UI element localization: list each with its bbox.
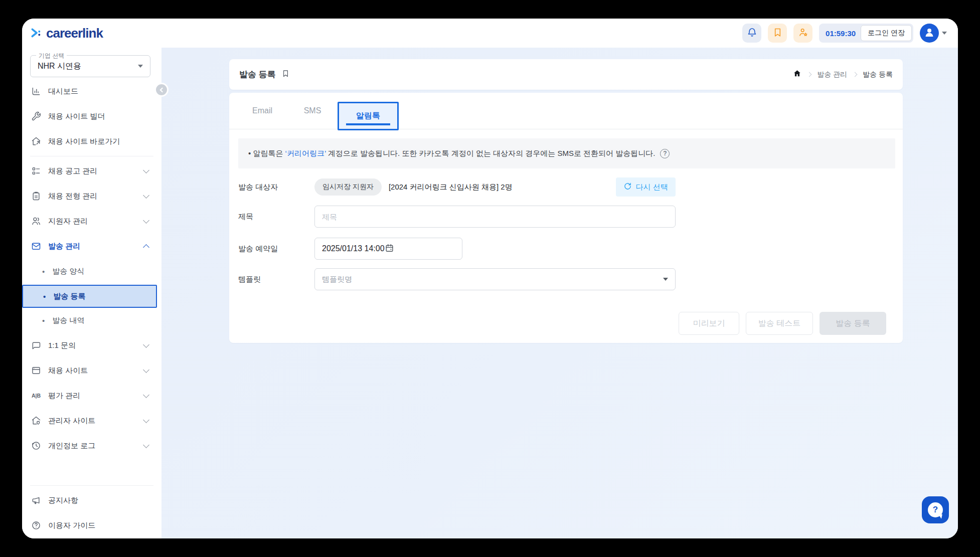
- bookmarks-button[interactable]: [768, 24, 787, 43]
- template-select[interactable]: 템플릿명: [314, 268, 676, 290]
- home-icon[interactable]: [793, 69, 801, 80]
- target-label: 발송 대상자: [238, 182, 314, 192]
- preview-button[interactable]: 미리보기: [679, 312, 739, 335]
- careerlink-logo[interactable]: careerlink: [30, 26, 103, 41]
- question-circle-icon: [31, 520, 41, 530]
- header-actions: 01:59:30 로그인 연장: [742, 24, 947, 43]
- careerlink-link[interactable]: ‘커리어링크’: [285, 149, 326, 157]
- target-row: 발송 대상자 임시저장 지원자 [2024 커리어링크 신입사원 채용] 2명 …: [238, 177, 894, 197]
- bullet-icon: •: [43, 292, 46, 301]
- sidebar-item-applicants[interactable]: 지원자 관리: [22, 209, 161, 234]
- sidebar-item-user-guide[interactable]: 이용자 가이드: [22, 513, 161, 538]
- job-posting-icon: [31, 166, 41, 176]
- history-clock-icon: [31, 441, 41, 451]
- site-window-icon: [31, 365, 41, 376]
- avatar: [920, 24, 939, 43]
- company-select-value: NHR 시연용: [38, 61, 81, 72]
- breadcrumb-item-current: 발송 등록: [863, 70, 893, 79]
- help-bubble-icon: ?: [928, 502, 943, 517]
- sidebar-item-evaluation[interactable]: A|B 평가 관리: [22, 383, 161, 408]
- reselect-button[interactable]: 다시 선택: [616, 177, 676, 197]
- sidebar-item-recruit-process[interactable]: 채용 전형 관리: [22, 183, 161, 209]
- member-management-button[interactable]: [793, 24, 812, 43]
- chevron-down-icon: [138, 65, 143, 68]
- chevron-down-icon: [143, 192, 149, 199]
- subject-row: 제목: [238, 206, 894, 228]
- target-value: [2024 커리어링크 신입사원 채용] 2명: [389, 182, 513, 192]
- active-tab-underline: [346, 123, 390, 125]
- template-select-placeholder: 템플릿명: [322, 275, 352, 284]
- form-actions: 미리보기 발송 테스트 발송 등록: [238, 312, 886, 335]
- content-area: 발송 등록 발송 관리 발송 등록: [161, 48, 958, 538]
- mail-icon: [31, 241, 41, 251]
- schedule-row: 발송 예약일 2025/01/13 14:00: [238, 238, 894, 260]
- chevron-down-icon: [143, 366, 149, 373]
- chevron-down-icon: [143, 392, 149, 398]
- chevron-down-icon: [143, 341, 149, 348]
- sidebar-subitem-send-form[interactable]: • 발송 양식: [22, 259, 157, 284]
- tab-email[interactable]: Email: [237, 96, 287, 125]
- sidebar-item-dashboard[interactable]: 대시보드: [22, 79, 161, 104]
- chevron-down-icon: [663, 278, 668, 281]
- megaphone-icon: [31, 495, 41, 505]
- dashboard-icon: [31, 86, 41, 96]
- sidebar-item-admin-site[interactable]: 관리자 사이트: [22, 408, 161, 433]
- session-time-remaining: 01:59:30: [826, 29, 856, 38]
- applicants-icon: [31, 216, 41, 226]
- sidebar-item-send-management[interactable]: 발송 관리: [22, 234, 161, 259]
- extend-login-button[interactable]: 로그인 연장: [861, 25, 912, 41]
- chevron-right-icon: [853, 72, 858, 77]
- send-test-button[interactable]: 발송 테스트: [746, 312, 813, 335]
- help-fab-button[interactable]: ?: [922, 496, 949, 523]
- top-header: careerlink 01:59:30 로그인 연장: [22, 19, 958, 48]
- careerlink-logo-text: careerlink: [46, 26, 103, 41]
- bookmark-outline-icon[interactable]: [281, 69, 290, 80]
- chevron-down-icon: [942, 32, 947, 35]
- wrench-icon: [31, 111, 41, 121]
- target-type-badge: 임시저장 지원자: [314, 178, 382, 196]
- send-register-form: 발송 대상자 임시저장 지원자 [2024 커리어링크 신입사원 채용] 2명 …: [229, 168, 903, 335]
- alimtalk-notice: • 알림톡은 ‘커리어링크’ 계정으로 발송됩니다. 또한 카카오톡 계정이 없…: [238, 138, 895, 168]
- sidebar-item-job-posting[interactable]: 채용 공고 관리: [22, 158, 161, 183]
- subject-input[interactable]: [314, 206, 676, 228]
- sidebar-item-site-builder[interactable]: 채용 사이트 빌더: [22, 104, 161, 129]
- breadcrumb-item[interactable]: 발송 관리: [817, 70, 847, 79]
- tab-alimtalk[interactable]: 알림톡: [338, 102, 399, 130]
- bullet-icon: •: [42, 267, 45, 276]
- sidebar-collapse-button[interactable]: [154, 83, 169, 97]
- company-select[interactable]: 기업 선택 NHR 시연용: [30, 55, 150, 77]
- tab-sms[interactable]: SMS: [287, 96, 338, 125]
- home-arrow-icon: [31, 136, 41, 146]
- sidebar-item-inquiry[interactable]: 1:1 문의: [22, 333, 161, 358]
- account-menu[interactable]: [920, 24, 947, 43]
- template-label: 템플릿: [238, 275, 314, 284]
- refresh-icon: [623, 182, 632, 192]
- sidebar-item-notice[interactable]: 공지사항: [22, 488, 161, 513]
- bell-icon: [747, 27, 757, 40]
- bookmark-icon: [772, 27, 783, 40]
- schedule-datetime-field[interactable]: 2025/01/13 14:00: [314, 238, 462, 260]
- sidebar-subitem-send-register[interactable]: • 발송 등록: [22, 285, 157, 308]
- chevron-down-icon: [143, 217, 149, 224]
- help-icon[interactable]: ?: [660, 149, 670, 158]
- sidebar-divider: [30, 156, 153, 156]
- notifications-button[interactable]: [742, 24, 761, 43]
- calendar-icon: [385, 243, 394, 255]
- template-row: 템플릿 템플릿명: [238, 268, 894, 290]
- sidebar-subitem-send-history[interactable]: • 발송 내역: [22, 308, 157, 333]
- careerlink-logo-icon: [30, 27, 43, 40]
- sidebar-item-site-shortcut[interactable]: 채용 사이트 바로가기: [22, 129, 161, 154]
- sidebar-nav: 대시보드 채용 사이트 빌더 채용 사이트 바로가기: [22, 79, 161, 458]
- sidebar: 기업 선택 NHR 시연용 대시보드 채용 사이트 빌더: [22, 48, 161, 538]
- chevron-left-icon: [160, 87, 165, 92]
- send-register-card: Email SMS 알림톡 • 알림톡은 ‘커리어링크’ 계정으로 발송됩니다.…: [229, 93, 903, 343]
- chevron-up-icon: [143, 244, 149, 251]
- sidebar-item-privacy-log[interactable]: 개인정보 로그: [22, 433, 161, 458]
- sidebar-divider: [30, 485, 153, 486]
- chat-icon: [31, 340, 41, 350]
- tab-bar: Email SMS 알림톡: [229, 93, 903, 129]
- avatar-icon: [923, 26, 935, 40]
- sidebar-item-recruit-site[interactable]: 채용 사이트: [22, 358, 161, 383]
- send-register-button[interactable]: 발송 등록: [820, 312, 886, 335]
- page-header-card: 발송 등록 발송 관리 발송 등록: [229, 59, 903, 90]
